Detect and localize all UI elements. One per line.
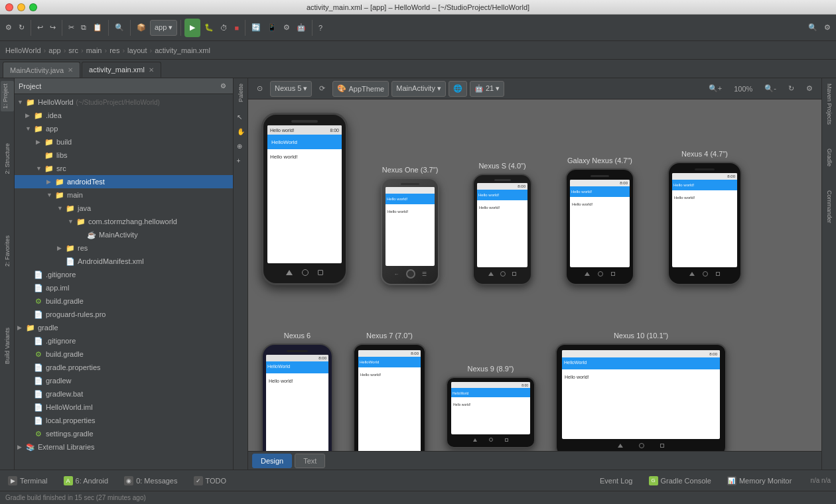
toolbar-redo-btn[interactable]: ↪ [47,19,58,37]
locale-selector[interactable]: 🌐 [449,81,467,97]
stop-button[interactable]: ■ [232,19,242,37]
search-everywhere-btn[interactable]: 🔍 [805,19,820,37]
gradle-console-tool[interactable]: G Gradle Console [646,472,714,490]
run-button[interactable]: ▶ [184,19,200,37]
close-button[interactable] [5,3,13,11]
tree-gradleprops[interactable]: 📄 gradle.properties [15,361,233,374]
palette-add-btn[interactable]: + [236,154,246,167]
tree-gradle-folder[interactable]: ▶ 📁 gradle [15,321,233,334]
maximize-button[interactable] [29,3,37,11]
palette-zoom-btn[interactable]: ⊕ [236,139,246,153]
toolbar-find-btn[interactable]: 🔍 [112,19,127,37]
tree-main[interactable]: ▼ 📁 main [15,188,233,202]
avd-btn[interactable]: 📱 [265,19,279,37]
tree-androidtest[interactable]: ▶ 📁 androidTest [15,175,233,188]
build-variants-toggle[interactable]: Build Variants [3,325,12,367]
messages-tool[interactable]: ◉ 0: Messages [121,472,180,490]
breadcrumb-src[interactable]: src [68,46,78,54]
tree-java[interactable]: ▼ 📁 java [15,202,233,215]
tree-gradlew[interactable]: 📄 gradlew [15,374,233,387]
favorites-panel-toggle[interactable]: 2: Favorites [3,233,12,269]
tree-mainactivity[interactable]: ☕ MainActivity [15,228,233,241]
tree-appiml[interactable]: 📄 app.iml [15,281,233,294]
zoom-100-btn[interactable]: 100% [729,81,757,97]
zoom-in-btn[interactable]: 🔍+ [704,81,727,97]
zoom-fit-btn[interactable]: ⊙ [252,81,267,97]
tree-localprops-icon: 📄 [33,415,44,426]
toolbar-cut-btn[interactable]: ✂ [66,19,77,37]
breadcrumb-app[interactable]: app [48,46,60,54]
tab-activity-main-xml[interactable]: activity_main.xml ✕ [82,62,161,78]
structure-panel-toggle[interactable]: 2: Structure [3,141,12,177]
tree-package[interactable]: ▼ 📁 com.stormzhang.helloworld [15,215,233,228]
nexus5-screen: Hello world! 8:00 HelloWorld Hello world… [267,125,342,263]
tab-mainactivity-close[interactable]: ✕ [68,66,73,74]
toolbar-sync-btn[interactable]: ↻ [16,19,27,37]
toolbar-sdk-btn[interactable]: 📦 [134,19,149,37]
event-log-tool[interactable]: Event Log [597,472,636,490]
toolbar-file-btn[interactable]: ⚙ [3,19,15,37]
tree-helloworld[interactable]: ▼ 📁 HelloWorld (~/StudioProject/HelloWor… [15,95,233,109]
tree-src[interactable]: ▼ 📁 src [15,162,233,175]
help-btn[interactable]: ? [316,19,325,37]
tree-gradlewbat[interactable]: 📄 gradlew.bat [15,387,233,401]
canvas-tab-text[interactable]: Text [295,454,325,468]
tree-res[interactable]: ▶ 📁 res [15,241,233,255]
sdk-mgr-btn[interactable]: ⚙ [281,19,293,37]
palette-select-btn[interactable]: ↖ [236,110,246,123]
project-panel-toggle[interactable]: 1: Project [1,81,14,111]
device-selector[interactable]: Nexus 5 ▾ [270,81,312,97]
android-tool[interactable]: A 6: Android [61,472,111,490]
app-module-dropdown[interactable]: app ▾ [150,20,177,36]
tree-proguard[interactable]: 📄 proguard-rules.pro [15,308,233,321]
android-btn[interactable]: 🤖 [294,19,309,37]
tree-libs[interactable]: 📁 libs [15,149,233,162]
profile-button[interactable]: ⏱ [218,19,230,37]
gradle-sync-btn[interactable]: 🔄 [249,19,263,37]
tree-build[interactable]: ▶ 📁 build [15,135,233,149]
tree-external-libs[interactable]: ▶ 📚 External Libraries [15,440,233,454]
breadcrumb-file[interactable]: activity_main.xml [155,46,210,54]
zoom-out-btn[interactable]: 🔍- [760,81,781,97]
tab-activity-main-xml-close[interactable]: ✕ [149,66,154,74]
tree-app[interactable]: ▼ 📁 app [15,122,233,135]
tree-settingsgradle[interactable]: ⚙ settings.gradle [15,427,233,440]
activity-selector[interactable]: MainActivity ▾ [391,81,446,97]
device-row-1: Hello world! 8:00 HelloWorld Hello world… [261,113,742,285]
gradle-toggle[interactable]: Gradle [825,146,834,169]
toolbar-copy-btn[interactable]: ⧉ [78,19,89,37]
debug-button[interactable]: 🐛 [202,19,216,37]
tree-helloworldiml[interactable]: 📄 HelloWorld.iml [15,401,233,414]
orientation-btn[interactable]: ⟳ [314,81,330,97]
tab-mainactivity[interactable]: MainActivity.java ✕ [3,62,80,78]
theme-selector[interactable]: 🎨 AppTheme [332,81,389,97]
maven-projects-toggle[interactable]: Maven Projects [825,81,834,127]
tree-buildgradle2[interactable]: ⚙ build.gradle [15,347,233,361]
tree-gitignore1[interactable]: 📄 .gitignore [15,268,233,281]
settings-btn[interactable]: ⚙ [821,19,833,37]
toolbar-paste-btn[interactable]: 📋 [90,19,105,37]
tree-idea[interactable]: ▶ 📁 .idea [15,109,233,122]
minimize-button[interactable] [17,3,25,11]
commander-toggle[interactable]: Commander [825,188,834,226]
canvas-area[interactable]: Hello world! 8:00 HelloWorld Hello world… [248,99,821,470]
tree-gitignore2[interactable]: 📄 .gitignore [15,334,233,347]
palette-pan-btn[interactable]: ✋ [236,125,246,138]
breadcrumb-helloworld[interactable]: HelloWorld [5,46,41,54]
project-panel-gear[interactable]: ⚙ [218,80,229,92]
settings-btn[interactable]: ⚙ [801,81,817,97]
terminal-tool[interactable]: ▶ Terminal [5,472,50,490]
canvas-tab-design[interactable]: Design [252,454,292,468]
tree-buildgradle1[interactable]: ⚙ build.gradle [15,294,233,308]
breadcrumb-layout[interactable]: layout [127,46,147,54]
api-selector[interactable]: 🤖 21 ▾ [470,81,504,97]
tree-localprops[interactable]: 📄 local.properties [15,414,233,427]
breadcrumb-res[interactable]: res [109,46,119,54]
refresh-btn[interactable]: ↻ [784,81,799,97]
breadcrumb-main[interactable]: main [86,46,102,54]
nexus5-time: 8:00 [330,128,339,133]
todo-tool[interactable]: ✓ TODO [191,472,230,490]
tree-manifest[interactable]: 📄 AndroidManifest.xml [15,255,233,268]
toolbar-undo-btn[interactable]: ↩ [35,19,46,37]
memory-monitor-tool[interactable]: 📊 Memory Monitor [725,472,794,490]
